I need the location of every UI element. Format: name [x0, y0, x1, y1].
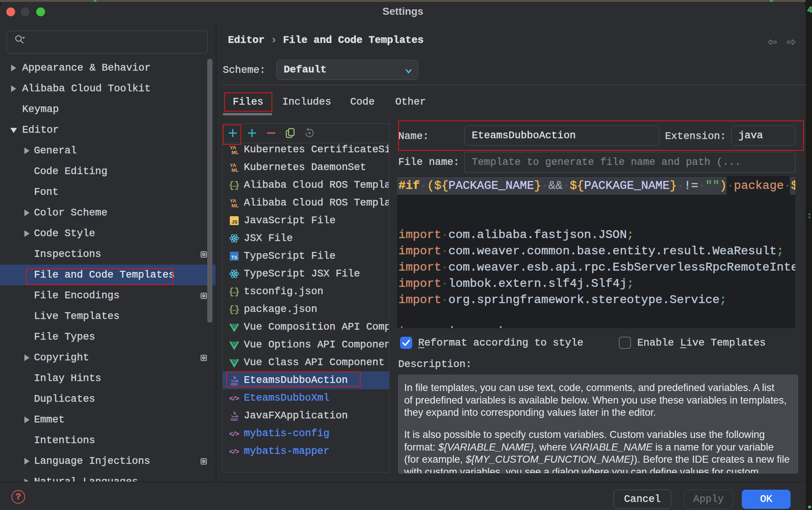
- svg-text:ML: ML: [232, 203, 239, 208]
- svg-text:TS: TS: [231, 255, 238, 260]
- svg-text:ML: ML: [232, 150, 239, 155]
- svg-text:</>: </>: [229, 395, 239, 403]
- svg-text:}: }: [234, 180, 239, 190]
- svg-text:</>: </>: [229, 430, 239, 438]
- svg-text:}: }: [234, 305, 239, 314]
- svg-text:{: {: [229, 305, 234, 314]
- svg-text:{: {: [229, 180, 234, 190]
- svg-text:ML: ML: [232, 167, 239, 173]
- svg-text:{: {: [229, 287, 234, 297]
- svg-text:JS: JS: [232, 219, 238, 225]
- svg-text:</>: </>: [229, 448, 239, 456]
- svg-text:}: }: [234, 287, 239, 297]
